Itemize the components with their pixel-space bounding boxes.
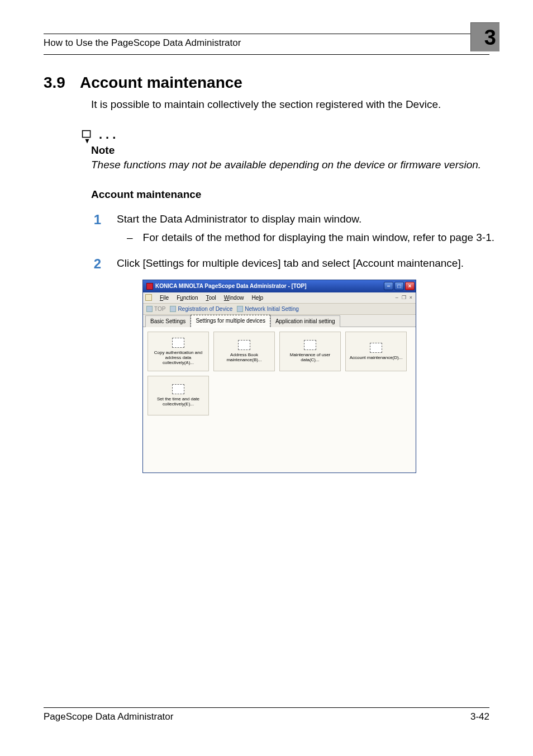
app-icon: [146, 283, 153, 290]
app-window: KONICA MINOLTA PageScope Data Administra…: [142, 280, 416, 473]
tile-label: Set the time and date collectively(E)...: [148, 396, 208, 407]
menu-tool[interactable]: Tool: [206, 294, 216, 302]
running-head: How to Use the PageScope Data Administra…: [44, 37, 241, 49]
window-minimize-button[interactable]: –: [384, 282, 393, 290]
mdi-minimize-button[interactable]: –: [396, 294, 398, 301]
svg-rect-1: [83, 130, 91, 137]
note-body: These functions may not be available dep…: [91, 158, 516, 172]
registration-icon: [170, 306, 176, 312]
user-icon: [304, 340, 316, 350]
window-maximize-button[interactable]: □: [394, 282, 404, 290]
top-icon: [146, 306, 153, 312]
menubar: File Function Tool Window Help – ❐ ×: [143, 292, 416, 304]
tabbar: Basic Settings Settings for multiple dev…: [143, 315, 416, 327]
chapter-number: 3: [484, 26, 496, 50]
svg-marker-0: [84, 137, 90, 143]
mdi-restore-button[interactable]: ❐: [402, 294, 406, 301]
tab-application-initial-setting[interactable]: Application initial setting: [270, 315, 340, 327]
menu-window[interactable]: Window: [224, 294, 244, 302]
tile-address-book[interactable]: Address Book maintenance(B)...: [213, 332, 275, 371]
tile-copy-auth[interactable]: Copy authentication and address data col…: [147, 332, 209, 371]
step-number: 2: [91, 256, 101, 272]
tile-label: Copy authentication and address data col…: [148, 350, 208, 366]
step-1: 1 Start the Data Administrator to displa…: [91, 212, 516, 244]
step-text: Start the Data Administrator to display …: [117, 213, 361, 225]
toolbar: TOP Registration of Device Network Initi…: [143, 304, 416, 315]
chapter-corner-tab: 3: [470, 22, 499, 51]
doc-icon: [145, 294, 152, 301]
copy-auth-icon: [172, 338, 184, 348]
procedure-heading: Account maintenance: [91, 188, 516, 201]
account-icon: [370, 343, 382, 353]
dash-bullet: –: [127, 230, 133, 245]
note-dots-icon: ...: [99, 127, 119, 142]
tab-pane: Copy authentication and address data col…: [143, 327, 416, 472]
tile-label: Address Book maintenance(B)...: [214, 352, 274, 362]
network-icon: [237, 306, 243, 312]
step-text: Click [Settings for multiple devices] ta…: [117, 257, 464, 269]
toolbar-registration[interactable]: Registration of Device: [170, 305, 232, 313]
window-close-button[interactable]: ×: [405, 282, 415, 290]
menu-file[interactable]: File: [160, 294, 169, 302]
section-title: Account maintenance: [80, 74, 242, 92]
footer-left: PageScope Data Administrator: [44, 711, 173, 722]
note-label: Note: [91, 144, 516, 157]
step-sub-text: For details of the method for displaying…: [143, 230, 516, 245]
mdi-close-button[interactable]: ×: [410, 294, 412, 301]
menu-help[interactable]: Help: [251, 294, 263, 302]
tile-set-time-date[interactable]: Set the time and date collectively(E)...: [147, 376, 209, 415]
clock-icon: [172, 384, 184, 394]
tab-settings-multiple-devices[interactable]: Settings for multiple devices: [191, 315, 270, 327]
tile-label: Maintenance of user data(C)...: [280, 352, 340, 362]
step-2: 2 Click [Settings for multiple devices] …: [91, 256, 516, 473]
address-book-icon: [238, 340, 250, 350]
toolbar-top[interactable]: TOP: [146, 305, 165, 313]
tile-account-maintenance[interactable]: Account maintenance(D)...: [345, 332, 407, 371]
titlebar: KONICA MINOLTA PageScope Data Administra…: [143, 280, 416, 292]
intro-paragraph: It is possible to maintain collectively …: [91, 97, 516, 112]
toolbar-network[interactable]: Network Initial Setting: [237, 305, 299, 313]
menu-function[interactable]: Function: [177, 294, 198, 302]
window-title: KONICA MINOLTA PageScope Data Administra…: [155, 282, 307, 290]
step-number: 1: [91, 212, 101, 228]
footer-right: 3-42: [470, 711, 489, 722]
section-number: 3.9: [44, 74, 65, 92]
pencil-icon: [75, 122, 99, 146]
tile-label: Account maintenance(D)...: [348, 355, 405, 360]
tile-user-data[interactable]: Maintenance of user data(C)...: [279, 332, 341, 371]
embedded-screenshot: KONICA MINOLTA PageScope Data Administra…: [142, 280, 516, 473]
tab-basic-settings[interactable]: Basic Settings: [145, 315, 191, 327]
note-icon-row: ...: [79, 126, 516, 143]
